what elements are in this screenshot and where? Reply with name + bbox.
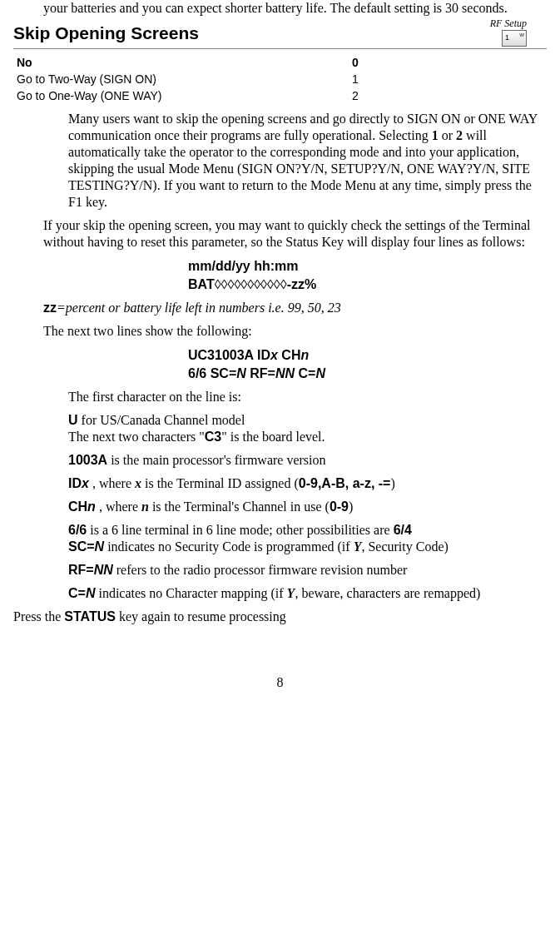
text: ) <box>349 499 353 514</box>
text: 0-9 <box>330 499 349 514</box>
text: x <box>135 476 141 490</box>
paragraph-status-key: If your skip the opening screen, you may… <box>43 217 547 251</box>
zz-definition: zz=percent or battery life left in numbe… <box>43 300 547 316</box>
page-number: 8 <box>13 675 547 690</box>
text: STATUS <box>64 609 116 624</box>
text: CH <box>68 499 87 514</box>
text: CH <box>278 348 301 362</box>
text: The next two characters " <box>68 430 205 444</box>
rf-icon-text: 1 <box>505 33 509 42</box>
text: n <box>87 499 96 514</box>
battery-gauge-icon: ◊◊◊◊◊◊◊◊◊◊◊ <box>215 277 287 291</box>
text: U <box>68 413 78 427</box>
intro-paragraph: your batteries and you can expect shorte… <box>43 0 547 17</box>
text: N <box>95 539 105 554</box>
text: N <box>86 586 96 600</box>
status-line-datetime: mm/dd/yy hh:mm <box>188 257 547 276</box>
text: RF= <box>68 563 94 577</box>
text: indicates no Security Code is programmed… <box>104 539 353 554</box>
text: NN <box>275 366 295 380</box>
paragraph-u-desc: U for US/Canada Channel model The next t… <box>68 412 547 445</box>
text: 1 <box>432 128 439 142</box>
text: ) <box>390 476 394 490</box>
text: Y <box>287 586 295 600</box>
text: C3 <box>205 430 221 444</box>
heading-row: Skip Opening Screens RF Setup 1 w <box>13 23 547 49</box>
text: 2 <box>456 128 463 142</box>
text: SC= <box>68 539 95 554</box>
rf-setup-label: RF Setup <box>490 18 527 28</box>
rf-icon-sub: w <box>519 32 524 38</box>
option-value: 2 <box>352 87 365 104</box>
option-value: 0 <box>352 54 365 71</box>
options-table: No 0 Go to Two-Way (SIGN ON) 1 Go to One… <box>17 54 365 104</box>
status-display-block: mm/dd/yy hh:mm BAT◊◊◊◊◊◊◊◊◊◊◊-zz% <box>188 257 547 293</box>
text: percent or battery life left in numbers … <box>66 301 341 315</box>
option-value: 1 <box>352 71 365 87</box>
option-label: Go to Two-Way (SIGN ON) <box>17 71 352 87</box>
text: C= <box>68 586 86 600</box>
text: 6/6 SC= <box>188 366 236 380</box>
text: is the Terminal's Channel in use ( <box>149 499 330 514</box>
text: -zz% <box>287 277 317 291</box>
text: N <box>315 366 325 380</box>
page-content: your batteries and you can expect shorte… <box>0 0 560 707</box>
text: 0-9,A-B, a-z, -= <box>299 476 391 490</box>
text: " is the board level. <box>221 430 325 444</box>
text: is a 6 line terminal in 6 line mode; oth… <box>87 523 393 537</box>
text: is the Terminal ID assigned ( <box>141 476 299 490</box>
paragraph-skip-desc: Many users want to skip the opening scre… <box>68 111 547 211</box>
uc-line-2: 6/6 SC=N RF=NN C=N <box>188 365 547 383</box>
paragraph-id: IDx , where x is the Terminal ID assigne… <box>68 475 547 492</box>
text: zz <box>43 301 57 315</box>
paragraph-first-char: The first character on the line is: <box>68 389 547 405</box>
text: n <box>141 499 149 514</box>
table-row: Go to One-Way (ONE WAY) 2 <box>17 87 365 104</box>
rf-setup-block: RF Setup 1 w <box>490 18 547 47</box>
text: Y <box>354 539 362 554</box>
text: x <box>270 348 278 362</box>
text: RF= <box>246 366 275 380</box>
text: or <box>439 128 456 142</box>
text: indicates no Character mapping (if <box>95 586 286 600</box>
text: BAT <box>188 277 215 291</box>
text: NN <box>94 563 113 577</box>
text: C= <box>295 366 315 380</box>
option-label: No <box>17 54 352 71</box>
table-row: No 0 <box>17 54 365 71</box>
text: , where <box>89 476 135 490</box>
text: , where <box>96 499 141 514</box>
paragraph-press-status: Press the STATUS key again to resume pro… <box>13 609 547 625</box>
text: is the main processor's firmware version <box>107 453 325 467</box>
status-line-battery: BAT◊◊◊◊◊◊◊◊◊◊◊-zz% <box>188 276 547 294</box>
text: 1003A <box>68 453 107 467</box>
text: Press the <box>13 609 64 624</box>
rf-setup-icon: 1 w <box>502 30 527 47</box>
section-heading: Skip Opening Screens <box>13 23 199 43</box>
option-label: Go to One-Way (ONE WAY) <box>17 87 352 104</box>
text: = <box>57 301 66 315</box>
paragraph-rf: RF=NN refers to the radio processor firm… <box>68 562 547 579</box>
text: 6/6 <box>68 523 87 537</box>
text: 6/4 <box>394 523 412 537</box>
text: n <box>300 348 309 362</box>
paragraph-next-two-lines: The next two lines show the following: <box>43 323 547 340</box>
text: , beware, characters are remapped) <box>295 586 480 600</box>
text: ID <box>68 476 82 490</box>
text: , Security Code) <box>361 539 448 554</box>
text: x <box>82 476 89 490</box>
table-row: Go to Two-Way (SIGN ON) 1 <box>17 71 365 87</box>
paragraph-cn: C=N indicates no Character mapping (if Y… <box>68 585 547 602</box>
uc-display-block: UC31003A IDx CHn 6/6 SC=N RF=NN C=N <box>188 346 547 382</box>
text: refers to the radio processor firmware r… <box>113 563 408 577</box>
uc-line-1: UC31003A IDx CHn <box>188 346 547 365</box>
text: key again to resume processing <box>116 609 286 624</box>
text: N <box>236 366 246 380</box>
paragraph-ch: CHn , where n is the Terminal's Channel … <box>68 499 547 515</box>
paragraph-six-sc: 6/6 is a 6 line terminal in 6 line mode;… <box>68 522 547 555</box>
text: for US/Canada Channel model <box>78 413 245 427</box>
paragraph-1003a: 1003A is the main processor's firmware v… <box>68 452 547 469</box>
text: UC31003A ID <box>188 348 270 362</box>
